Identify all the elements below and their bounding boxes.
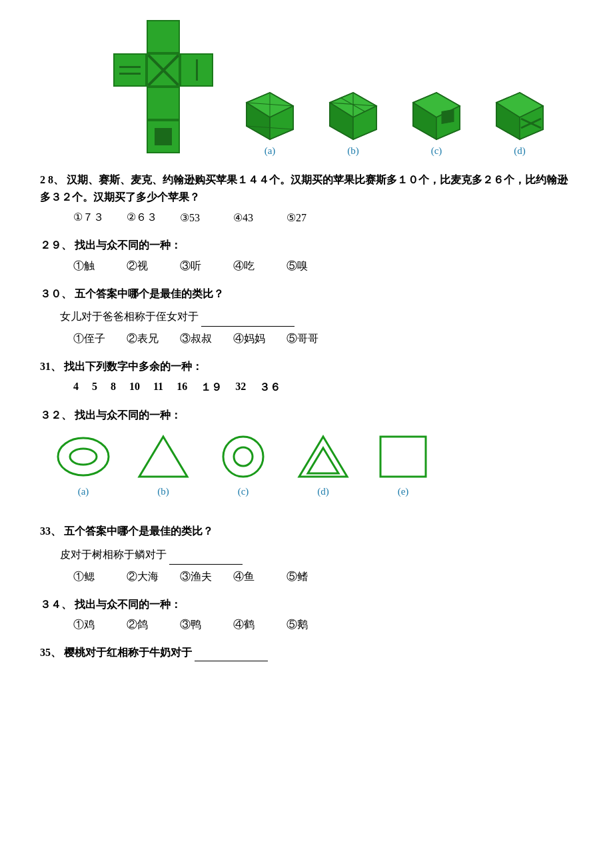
shape-label-c: (c): [238, 486, 249, 497]
page-container: (a) (b): [40, 13, 573, 661]
num2: 5: [92, 381, 97, 395]
q30-opt2: ②表兄: [127, 332, 160, 346]
svg-point-25: [58, 438, 109, 475]
num7: １９: [201, 381, 222, 395]
q32-title: ３２、 找出与众不同的一种：: [40, 407, 573, 424]
question-29: ２９、 找出与众不同的一种： ①触 ②视 ③听 ④吃 ⑤嗅: [40, 237, 573, 273]
q35-blank: [195, 661, 268, 661]
svg-rect-18: [442, 109, 454, 123]
cube-option-b: (b): [326, 89, 380, 157]
svg-marker-30: [299, 437, 347, 477]
q33-blank: [169, 564, 243, 565]
q35-title: 35、 樱桃对于红相称于牛奶对于: [40, 644, 573, 661]
q28-opt2: ②６３: [127, 211, 160, 225]
cube-label-a: (a): [265, 145, 276, 157]
q34-opt4: ④鹤: [233, 618, 267, 632]
cube-label-d: (d): [514, 145, 526, 157]
q33-opt5: ⑤鳍: [287, 570, 320, 584]
q34-opt1: ①鸡: [73, 618, 107, 632]
q34-opt2: ②鸽: [127, 618, 160, 632]
shape-b-container: [133, 430, 193, 483]
q30-sub: 女儿对于爸爸相称于侄女对于: [60, 307, 573, 327]
question-33: 33、 五个答案中哪个是最佳的类比？ 皮对于树相称于鳞对于 ①鳃 ②大海 ③渔夫…: [40, 523, 573, 583]
num4: 10: [129, 381, 140, 395]
svg-point-28: [223, 437, 263, 477]
q33-options: ①鳃 ②大海 ③渔夫 ④鱼 ⑤鳍: [73, 570, 573, 584]
shape-a-svg: [55, 433, 112, 480]
shape-option-c: (c): [213, 430, 273, 497]
cube-option-c: (c): [410, 89, 463, 157]
q29-title: ２９、 找出与众不同的一种：: [40, 237, 573, 254]
q34-opt3: ③鸭: [180, 618, 213, 632]
q30-opt3: ③叔叔: [180, 332, 213, 346]
q33-title: 33、 五个答案中哪个是最佳的类比？: [40, 523, 573, 540]
shape-option-e: (e): [373, 430, 433, 497]
shape-label-e: (e): [398, 486, 409, 497]
cube-label-c: (c): [431, 145, 442, 157]
num3: 8: [111, 381, 116, 395]
shape-d-svg: [295, 433, 352, 480]
shape-option-d: (d): [293, 430, 353, 497]
svg-point-29: [234, 447, 253, 466]
q28-options: ①７３ ②６３ ③53 ④43 ⑤27: [73, 211, 573, 225]
svg-rect-32: [380, 437, 426, 477]
q34-options: ①鸡 ②鸽 ③鸭 ④鹤 ⑤鹅: [73, 618, 573, 632]
q29-opt4: ④吃: [233, 259, 267, 273]
shape-label-d: (d): [317, 486, 329, 497]
cube-option-a: (a): [243, 89, 297, 157]
q28-opt1: ①７３: [73, 211, 107, 225]
question-35: 35、 樱桃对于红相称于牛奶对于: [40, 644, 573, 661]
q29-opt1: ①触: [73, 259, 107, 273]
shape-option-b: (b): [133, 430, 193, 497]
question-30: ３０、 五个答案中哪个是最佳的类比？ 女儿对于爸爸相称于侄女对于 ①侄子 ②表兄…: [40, 285, 573, 346]
q30-opt5: ⑤哥哥: [287, 332, 320, 346]
num5: 11: [153, 381, 163, 395]
q33-opt4: ④鱼: [233, 570, 267, 584]
q28-title: 2 8、 汉期、赛斯、麦克、约翰逊购买苹果１４４个。汉期买的苹果比赛斯多１０个，…: [40, 171, 573, 205]
q29-opt5: ⑤嗅: [287, 259, 320, 273]
svg-marker-31: [308, 448, 338, 473]
shapes-row: (a) (b) (c): [53, 430, 573, 497]
question-32: ３２、 找出与众不同的一种： (a): [40, 407, 573, 498]
svg-point-26: [70, 449, 97, 465]
question-31: 31、 找出下列数字中多余的一种： 4 5 8 10 11 16 １９ 32 ３…: [40, 358, 573, 395]
q33-opt2: ②大海: [127, 570, 160, 584]
q34-opt5: ⑤鹅: [287, 618, 320, 632]
q28-opt5: ⑤27: [287, 211, 320, 224]
net-diagram: [113, 20, 213, 153]
q28-opt3: ③53: [180, 211, 213, 224]
q33-sub: 皮对于树相称于鳞对于: [60, 545, 573, 565]
q33-opt3: ③渔夫: [180, 570, 213, 584]
q34-title: ３４、 找出与众不同的一种：: [40, 596, 573, 613]
shape-c-container: [213, 430, 273, 483]
q31-title: 31、 找出下列数字中多余的一种：: [40, 358, 573, 375]
q29-options: ①触 ②视 ③听 ④吃 ⑤嗅: [73, 259, 573, 273]
q30-opt1: ①侄子: [73, 332, 107, 346]
num6: 16: [177, 381, 187, 395]
q30-opt4: ④妈妈: [233, 332, 267, 346]
q30-blank: [201, 326, 295, 327]
q29-opt2: ②视: [127, 259, 160, 273]
shape-label-b: (b): [157, 486, 169, 497]
shape-option-a: (a): [53, 430, 113, 497]
cube-b-svg: [326, 89, 380, 143]
cube-d-svg: [493, 89, 546, 143]
num1: 4: [73, 381, 79, 395]
shape-c-svg: [215, 433, 272, 480]
cube-label-b: (b): [347, 145, 359, 157]
shape-b-svg: [135, 433, 192, 480]
q29-opt3: ③听: [180, 259, 213, 273]
question-28: 2 8、 汉期、赛斯、麦克、约翰逊购买苹果１４４个。汉期买的苹果比赛斯多１０个，…: [40, 171, 573, 225]
question-34: ３４、 找出与众不同的一种： ①鸡 ②鸽 ③鸭 ④鹤 ⑤鹅: [40, 596, 573, 633]
q30-title: ３０、 五个答案中哪个是最佳的类比？: [40, 285, 573, 303]
q30-options: ①侄子 ②表兄 ③叔叔 ④妈妈 ⑤哥哥: [73, 332, 573, 346]
num9: ３６: [259, 381, 281, 395]
shape-a-container: [53, 430, 113, 483]
svg-marker-27: [139, 437, 187, 477]
cube-c-svg: [410, 89, 463, 143]
cube-option-d: (d): [493, 89, 546, 157]
cube-a-svg: [243, 89, 297, 143]
shape-e-container: [373, 430, 433, 483]
shape-d-container: [293, 430, 353, 483]
num8: 32: [235, 381, 246, 395]
